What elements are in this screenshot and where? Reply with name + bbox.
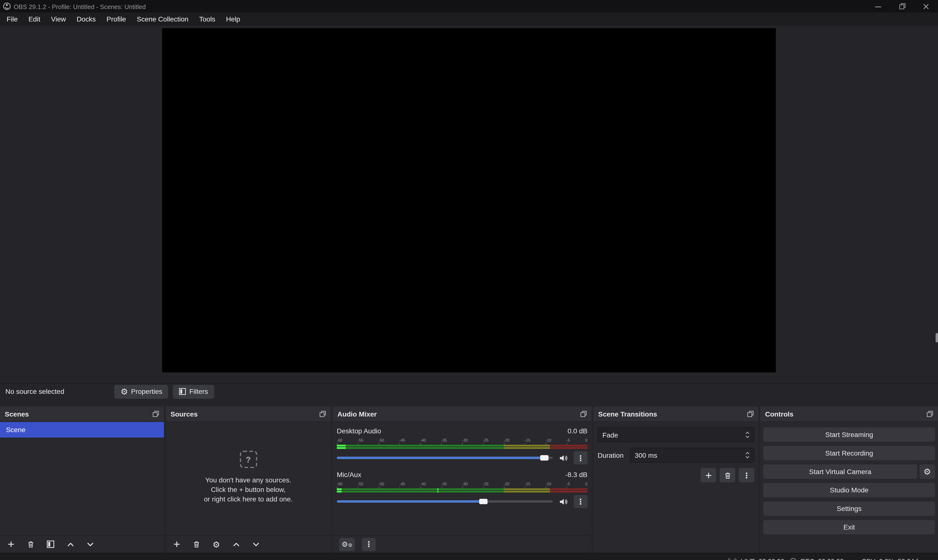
move-scene-down-button[interactable] [85, 539, 94, 549]
volume-slider-handle[interactable] [479, 499, 488, 504]
transition-selected-value: Fade [602, 431, 618, 438]
sources-toolbar: ⚙ [166, 535, 331, 553]
restore-button[interactable] [890, 0, 914, 12]
minimize-button[interactable] [866, 0, 890, 12]
volume-slider[interactable] [337, 457, 552, 459]
program-canvas[interactable] [162, 28, 776, 372]
status-bar: LIVE: 00:00:00 REC: 00:00:00 CPU: 0.0%, … [0, 553, 938, 560]
scene-list-item[interactable]: Scene [0, 422, 164, 437]
exit-button[interactable]: Exit [764, 520, 935, 534]
controls-title: Controls [765, 411, 793, 417]
preview-area [0, 26, 938, 383]
channel-options-kebab-button[interactable]: ⋮ [574, 495, 587, 508]
source-status-label: No source selected [5, 388, 64, 395]
move-source-down-button[interactable] [251, 539, 260, 549]
meter-scale: -60-55-50-45-40-35-30-25-20-15-10-50 [337, 482, 587, 486]
close-button[interactable] [914, 0, 938, 12]
dock-row: Scenes Scene [0, 399, 938, 553]
move-source-up-button[interactable] [231, 539, 241, 549]
menu-item[interactable]: Edit [23, 12, 46, 26]
filters-button[interactable]: Filters [173, 385, 214, 398]
record-icon [790, 557, 797, 560]
gears-icon: ⚙⚙ [342, 541, 352, 548]
meter-tickmarks [337, 486, 587, 488]
advanced-audio-properties-button[interactable]: ⚙⚙ [339, 538, 355, 551]
gear-icon: ⚙ [120, 387, 128, 395]
titlebar: OBS 29.1.2 - Profile: Untitled - Scenes:… [0, 0, 938, 12]
scenes-toolbar [0, 535, 164, 553]
start-virtual-camera-button[interactable]: Start Virtual Camera [764, 465, 917, 479]
menu-item[interactable]: File [1, 12, 23, 26]
gear-icon: ⚙ [213, 540, 220, 548]
audio-mixer-header: Audio Mixer [333, 406, 592, 422]
scene-transitions-panel: Scene Transitions Fade Duration [593, 406, 759, 553]
popout-icon [153, 411, 159, 417]
popout-icon [580, 411, 587, 417]
mute-toggle-speaker-icon[interactable] [558, 453, 568, 463]
rec-time: REC: 00:00:00 [801, 557, 844, 560]
scene-filters-button[interactable] [46, 539, 55, 549]
channel-options-kebab-button[interactable]: ⋮ [574, 451, 587, 465]
menu-item[interactable]: Docks [71, 12, 101, 26]
scenes-header: Scenes [0, 406, 164, 422]
live-broadcast-icon [728, 558, 737, 560]
meter-scale: -60-55-50-45-40-35-30-25-20-15-10-50 [337, 438, 587, 442]
sources-title: Sources [170, 411, 197, 417]
meter-tickmarks [337, 443, 587, 445]
add-source-button[interactable] [172, 539, 181, 549]
mixer-options-kebab-button[interactable]: ⋮ [362, 538, 376, 551]
volume-slider-handle[interactable] [540, 455, 548, 460]
scenes-title: Scenes [5, 411, 29, 417]
start-recording-button[interactable]: Start Recording [764, 446, 935, 460]
start-streaming-button[interactable]: Start Streaming [764, 427, 935, 442]
move-scene-up-button[interactable] [66, 539, 75, 549]
sources-empty-text: or right click here to add one. [204, 494, 293, 504]
duration-spinbox[interactable]: 300 ms [630, 448, 754, 463]
transition-select[interactable]: Fade [597, 427, 754, 442]
remove-source-button[interactable] [192, 539, 201, 549]
transition-options-kebab-button[interactable]: ⋮ [739, 468, 754, 482]
scene-transitions-title: Scene Transitions [598, 411, 657, 417]
kebab-icon: ⋮ [743, 471, 750, 479]
menubar: FileEditViewDocksProfileScene Collection… [0, 12, 938, 26]
properties-button[interactable]: ⚙ Properties [114, 385, 168, 398]
studio-mode-button[interactable]: Studio Mode [764, 483, 935, 497]
channel-db-value: -8.3 dB [565, 471, 588, 478]
window-title: OBS 29.1.2 - Profile: Untitled - Scenes:… [14, 3, 145, 10]
window-controls [866, 0, 938, 12]
add-scene-button[interactable] [6, 539, 15, 549]
remove-scene-button[interactable] [26, 539, 35, 549]
live-time: LIVE: 00:00:00 [741, 557, 784, 560]
add-transition-button[interactable] [700, 468, 716, 482]
volume-meter [337, 445, 587, 449]
sources-empty-state: ? You don't have any sources.Click the +… [166, 422, 331, 535]
remove-transition-button[interactable] [720, 468, 735, 482]
scene-transitions-header: Scene Transitions [593, 406, 759, 422]
menu-item[interactable]: View [46, 12, 71, 26]
settings-button[interactable]: Settings [764, 502, 935, 516]
volume-slider[interactable] [337, 500, 552, 503]
spinbox-arrows-icon[interactable] [745, 451, 750, 459]
channel-db-value: 0.0 dB [568, 427, 587, 434]
obs-logo-icon [3, 2, 11, 10]
sources-empty-text: You don't have any sources. [204, 475, 293, 485]
controls-header: Controls [760, 406, 938, 422]
menu-item[interactable]: Help [221, 12, 245, 26]
menu-item[interactable]: Profile [101, 12, 131, 26]
channel-name: Mic/Aux [337, 471, 361, 478]
duration-value: 300 ms [635, 452, 657, 459]
gear-icon: ⚙ [923, 468, 931, 476]
kebab-icon: ⋮ [577, 454, 585, 462]
scene-list: Scene [0, 422, 164, 535]
source-context-toolbar: No source selected ⚙ Properties Filters [0, 383, 938, 399]
source-properties-button[interactable]: ⚙ [212, 539, 221, 549]
scenes-panel: Scenes Scene [0, 406, 164, 553]
mute-toggle-speaker-icon[interactable] [558, 497, 568, 506]
menu-item[interactable]: Scene Collection [131, 12, 194, 26]
virtual-camera-settings-button[interactable]: ⚙ [919, 465, 935, 479]
popout-icon [927, 411, 933, 417]
dock-resize-handle[interactable] [936, 333, 938, 342]
mixer-toolbar: ⚙⚙ ⋮ [333, 535, 592, 553]
menu-item[interactable]: Tools [194, 12, 221, 26]
filters-icon [179, 388, 186, 395]
